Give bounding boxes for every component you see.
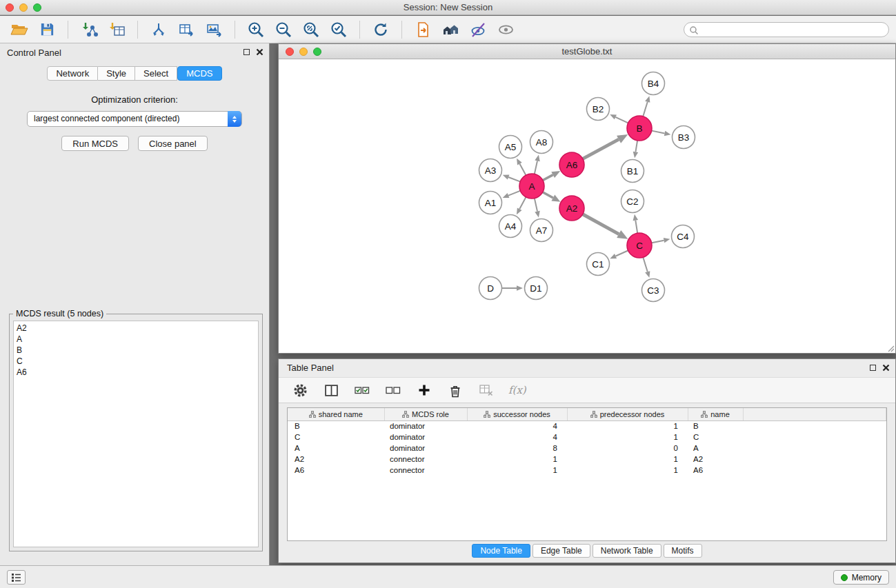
network-canvas[interactable]: B4B2BB3A5A8A6B1A3AC2A1A2A4A7C4CC1DD1C3 <box>279 60 895 353</box>
memory-button[interactable]: Memory <box>833 570 889 585</box>
zoom-out-button[interactable] <box>271 19 296 41</box>
graph-node-A8[interactable]: A8 <box>530 131 553 154</box>
table-row[interactable]: Cdominator41C <box>288 432 886 443</box>
mcds-result-item[interactable]: B <box>17 345 255 356</box>
export-table-button[interactable] <box>174 19 199 41</box>
tab-style[interactable]: Style <box>98 66 135 81</box>
close-panel-icon[interactable] <box>256 48 263 56</box>
table-row[interactable]: A2connector11A2 <box>288 454 886 465</box>
run-mcds-button[interactable]: Run MCDS <box>61 136 129 151</box>
column-selector-button[interactable] <box>322 381 340 399</box>
mcds-result-item[interactable]: A <box>17 334 255 345</box>
tab-select[interactable]: Select <box>135 66 177 81</box>
graph-edge-B-B2[interactable] <box>615 117 628 123</box>
graph-node-A7[interactable]: A7 <box>530 219 553 242</box>
network-close-button[interactable] <box>286 48 294 56</box>
table-settings-button[interactable] <box>291 381 309 399</box>
graph-edge-A-A2[interactable] <box>542 192 553 198</box>
import-network-file-button[interactable] <box>77 19 101 41</box>
graph-node-A5[interactable]: A5 <box>499 136 522 159</box>
search-input[interactable] <box>701 25 880 34</box>
network-zoom-button[interactable] <box>313 48 321 56</box>
table-row[interactable]: Adominator80A <box>288 443 886 454</box>
table-row[interactable]: A6connector11A6 <box>288 465 886 476</box>
resize-handle[interactable] <box>887 345 895 352</box>
float-panel-button[interactable] <box>243 49 250 55</box>
graph-edge-C-C4[interactable] <box>651 241 664 243</box>
show-hide-button[interactable] <box>493 19 518 41</box>
tab-network-table[interactable]: Network Table <box>593 544 661 558</box>
graph-node-D[interactable]: D <box>479 277 502 300</box>
function-builder-button[interactable]: f(x) <box>508 381 526 399</box>
new-network-button[interactable] <box>146 19 171 41</box>
graph-edge-A-A6[interactable] <box>542 175 553 181</box>
mcds-result-item[interactable]: A2 <box>17 323 255 334</box>
mcds-result-item[interactable]: A6 <box>17 367 255 378</box>
tab-mcds[interactable]: MCDS <box>177 66 221 81</box>
graph-node-B3[interactable]: B3 <box>673 126 695 149</box>
graph-edge-A-A4[interactable] <box>519 196 526 209</box>
graph-edge-B-B3[interactable] <box>651 130 665 133</box>
graph-node-C4[interactable]: C4 <box>672 225 695 248</box>
graph-node-D1[interactable]: D1 <box>525 277 548 300</box>
home-network-button[interactable] <box>438 19 463 41</box>
criterion-dropdown[interactable]: largest connected component (directed) <box>27 111 242 127</box>
graph-node-A3[interactable]: A3 <box>479 159 502 182</box>
minimize-window-button[interactable] <box>19 3 28 12</box>
column-header-successor-nodes[interactable]: successor nodes <box>467 408 567 420</box>
graph-edge-A-A1[interactable] <box>508 190 521 195</box>
zoom-fit-button[interactable] <box>299 19 323 41</box>
select-all-button[interactable] <box>353 381 371 399</box>
column-header-mcds-role[interactable]: MCDS role <box>384 408 467 420</box>
graph-node-C3[interactable]: C3 <box>642 279 665 302</box>
export-image-button[interactable] <box>201 19 226 41</box>
graph-edge-C-C2[interactable] <box>635 221 637 234</box>
close-mcds-panel-button[interactable]: Close panel <box>138 136 208 151</box>
mcds-result-list[interactable]: A2ABCA6 <box>13 321 259 547</box>
mcds-result-item[interactable]: C <box>17 356 255 367</box>
graph-node-C[interactable]: C <box>627 233 652 258</box>
close-table-panel-icon[interactable] <box>882 364 890 372</box>
graph-node-A[interactable]: A <box>519 174 544 199</box>
deselect-all-button[interactable] <box>384 381 402 399</box>
tab-motifs[interactable]: Motifs <box>664 544 702 558</box>
delete-column-button[interactable] <box>446 381 464 399</box>
network-window-titlebar[interactable]: testGlobe.txt <box>279 44 895 59</box>
open-session-button[interactable] <box>7 19 32 41</box>
save-session-button[interactable] <box>34 19 59 41</box>
import-table-file-button[interactable] <box>104 19 129 41</box>
close-window-button[interactable] <box>6 3 14 12</box>
graph-node-A6[interactable]: A6 <box>559 152 584 177</box>
graph-node-C2[interactable]: C2 <box>621 190 644 213</box>
float-table-panel-button[interactable] <box>870 365 876 371</box>
refresh-button[interactable] <box>368 19 393 41</box>
graph-node-B2[interactable]: B2 <box>587 98 610 121</box>
graph-edge-C-C3[interactable] <box>643 256 648 272</box>
graph-node-B[interactable]: B <box>627 116 652 141</box>
graph-edge-B-B4[interactable] <box>643 102 648 117</box>
add-column-button[interactable] <box>415 381 433 399</box>
graph-edge-A2-C[interactable] <box>582 214 619 234</box>
tab-node-table[interactable]: Node Table <box>472 544 530 558</box>
tab-network[interactable]: Network <box>47 66 98 81</box>
graph-node-A1[interactable]: A1 <box>479 192 502 214</box>
graph-edge-A-A8[interactable] <box>535 161 537 174</box>
graphics-details-button[interactable] <box>466 19 490 41</box>
graph-edge-A-A3[interactable] <box>508 177 521 182</box>
tab-edge-table[interactable]: Edge Table <box>532 544 590 558</box>
zoom-selected-button[interactable] <box>326 19 351 41</box>
graph-edge-A6-B[interactable] <box>582 139 619 159</box>
graph-node-B4[interactable]: B4 <box>642 72 665 95</box>
graph-edge-B-B1[interactable] <box>635 140 637 152</box>
graph-node-C1[interactable]: C1 <box>587 253 610 276</box>
graph-edge-C-C1[interactable] <box>616 250 629 256</box>
delete-table-button[interactable] <box>477 381 495 399</box>
graph-node-B1[interactable]: B1 <box>621 160 644 183</box>
column-header-shared-name[interactable]: shared name <box>288 408 384 420</box>
graph-edge-A-A7[interactable] <box>535 198 537 212</box>
column-header-predecessor-nodes[interactable]: predecessor nodes <box>567 408 688 420</box>
column-header-name[interactable]: name <box>688 408 743 420</box>
graph-edge-A-A5[interactable] <box>519 164 526 176</box>
network-minimize-button[interactable] <box>299 48 308 56</box>
graph-node-A4[interactable]: A4 <box>499 215 522 238</box>
